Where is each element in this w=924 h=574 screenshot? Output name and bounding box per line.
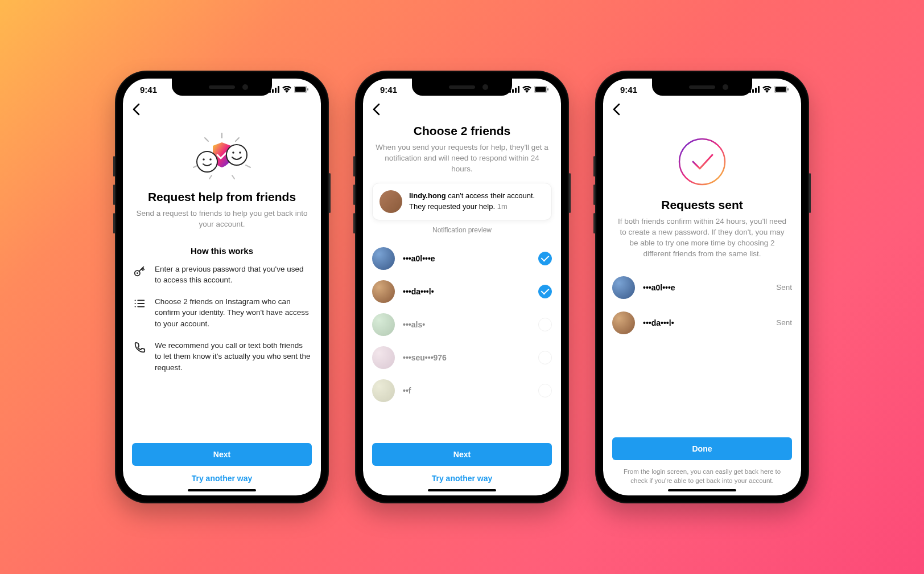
phone-frame-1: 9:41 [115, 71, 329, 503]
next-button[interactable]: Next [132, 443, 312, 466]
svg-rect-29 [512, 89, 514, 93]
svg-rect-31 [518, 86, 519, 93]
battery-icon [294, 86, 308, 93]
phone-icon [133, 340, 146, 374]
sent-status: Sent [776, 318, 792, 327]
success-check-icon [678, 138, 726, 186]
svg-point-15 [203, 158, 205, 161]
checkbox-unselected-icon[interactable] [538, 384, 552, 397]
status-time: 9:41 [620, 85, 637, 95]
friend-row[interactable]: •••a0l•••e [372, 242, 552, 275]
friend-name: •••da•••l• [403, 287, 530, 296]
svg-point-21 [137, 272, 138, 274]
svg-rect-1 [272, 89, 274, 93]
friend-name: •••a0l•••e [403, 254, 530, 263]
battery-icon [534, 86, 548, 93]
page-subtitle: When you send your requests for help, th… [372, 142, 552, 175]
next-button[interactable]: Next [372, 443, 552, 466]
svg-point-22 [135, 300, 136, 301]
avatar [612, 276, 635, 299]
friend-row[interactable]: •••seu•••976 [372, 341, 552, 374]
checkbox-unselected-icon[interactable] [538, 351, 552, 364]
avatar [380, 190, 402, 213]
svg-line-12 [209, 175, 212, 179]
screen-2: 9:41 Choose 2 friends When you send your… [363, 79, 561, 495]
page-subtitle: Send a request to friends to help you ge… [132, 208, 312, 230]
nav-bar [363, 100, 561, 121]
back-button[interactable] [610, 100, 622, 121]
battery-icon [774, 86, 789, 93]
sent-status: Sent [776, 283, 792, 292]
friend-row[interactable]: •••da•••l• [372, 275, 552, 308]
page-title: Choose 2 friends [372, 124, 552, 138]
checkbox-selected-icon[interactable] [538, 252, 552, 265]
page-title: Request help from friends [132, 190, 312, 204]
svg-point-16 [209, 158, 212, 161]
svg-point-18 [232, 151, 234, 154]
svg-rect-2 [275, 88, 277, 93]
svg-rect-33 [535, 87, 546, 92]
friend-name: •••seu•••976 [403, 353, 530, 362]
svg-point-19 [239, 151, 241, 154]
back-button[interactable] [370, 100, 382, 121]
svg-line-9 [236, 138, 239, 141]
svg-rect-30 [515, 88, 517, 93]
friend-name: •••da•••l• [643, 318, 768, 327]
svg-point-24 [135, 303, 136, 304]
wifi-icon [762, 86, 772, 93]
svg-line-11 [246, 165, 250, 167]
key-icon [133, 264, 146, 286]
avatar [372, 346, 395, 369]
nav-bar [603, 100, 801, 121]
list-icon [133, 296, 146, 330]
back-button[interactable] [130, 100, 142, 121]
friend-row[interactable]: ••f [372, 374, 552, 407]
svg-rect-5 [295, 87, 306, 92]
status-time: 9:41 [140, 85, 157, 95]
checkbox-unselected-icon[interactable] [538, 318, 552, 331]
friend-name: ••f [403, 386, 530, 395]
notch [652, 79, 752, 96]
howto-step-3: We recommend you call or text both frien… [132, 340, 312, 374]
home-indicator[interactable] [428, 489, 496, 492]
try-another-way-button[interactable]: Try another way [132, 466, 312, 491]
try-another-way-button[interactable]: Try another way [372, 466, 552, 491]
avatar [372, 313, 395, 336]
svg-rect-36 [752, 89, 754, 93]
sent-row: •••a0l•••e Sent [612, 270, 792, 305]
friends-shield-icon [182, 131, 262, 181]
home-indicator[interactable] [668, 489, 736, 492]
svg-rect-37 [755, 88, 757, 93]
howto-step-2: Choose 2 friends on Instagram who can co… [132, 296, 312, 330]
screen-3: 9:41 Requests sent If both friends conf [603, 79, 801, 495]
checkbox-selected-icon[interactable] [538, 285, 552, 298]
page-title: Requests sent [612, 198, 792, 212]
footer-note: From the login screen, you can easily ge… [612, 460, 792, 485]
svg-rect-34 [547, 88, 548, 91]
screen-1: 9:41 [123, 79, 321, 495]
avatar [372, 379, 395, 402]
howto-text-2: Choose 2 friends on Instagram who can co… [155, 296, 311, 330]
svg-rect-3 [278, 86, 279, 93]
home-indicator[interactable] [188, 489, 256, 492]
avatar [612, 311, 635, 334]
wifi-icon [282, 86, 291, 93]
section-title: How this works [132, 246, 312, 256]
friend-name: •••a0l•••e [643, 283, 768, 292]
notification-preview-card: lindy.hong can't access their account. T… [372, 183, 552, 220]
avatar [372, 247, 395, 270]
svg-point-14 [197, 151, 217, 172]
notification-text: lindy.hong can't access their account. T… [409, 191, 544, 211]
phone-frame-3: 9:41 Requests sent If both friends conf [595, 71, 809, 503]
friend-name: •••als• [403, 320, 530, 329]
svg-rect-38 [758, 86, 760, 93]
phone-frame-2: 9:41 Choose 2 friends When you send your… [355, 71, 569, 503]
svg-point-26 [135, 306, 136, 307]
friend-row[interactable]: •••als• [372, 308, 552, 341]
howto-text-3: We recommend you call or text both frien… [155, 340, 311, 374]
page-subtitle: If both friends confirm within 24 hours,… [612, 216, 792, 260]
svg-line-13 [232, 175, 234, 179]
notch [412, 79, 512, 96]
done-button[interactable]: Done [612, 437, 792, 460]
howto-text-1: Enter a previous password that you've us… [155, 264, 311, 286]
